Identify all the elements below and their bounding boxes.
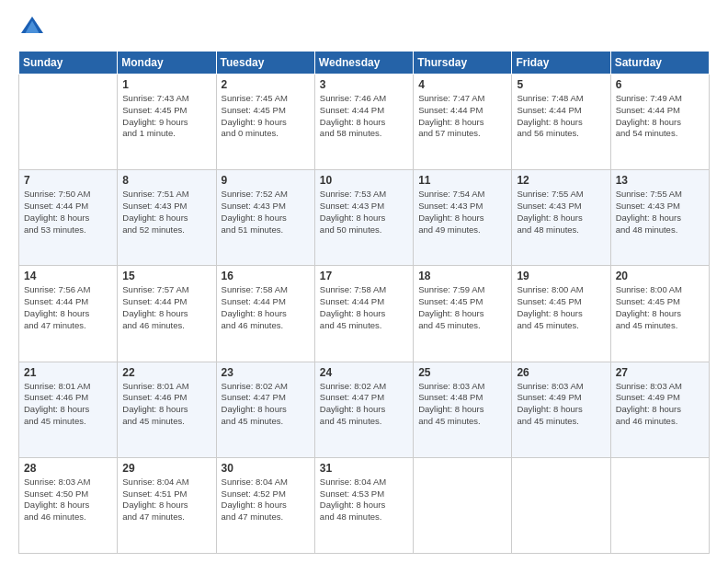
week-row-2: 7Sunrise: 7:50 AM Sunset: 4:44 PM Daylig… — [19, 170, 710, 266]
day-info: Sunrise: 7:50 AM Sunset: 4:44 PM Dayligh… — [24, 189, 112, 236]
day-number: 29 — [122, 462, 210, 475]
day-cell — [512, 457, 610, 553]
day-info: Sunrise: 7:59 AM Sunset: 4:45 PM Dayligh… — [418, 284, 506, 331]
day-info: Sunrise: 7:49 AM Sunset: 4:44 PM Dayligh… — [616, 93, 704, 140]
day-cell: 17Sunrise: 7:58 AM Sunset: 4:44 PM Dayli… — [314, 266, 413, 362]
day-number: 3 — [320, 78, 408, 91]
logo — [18, 14, 50, 41]
day-info: Sunrise: 7:47 AM Sunset: 4:44 PM Dayligh… — [418, 93, 506, 140]
day-cell — [414, 457, 512, 553]
day-number: 2 — [222, 78, 310, 91]
day-number: 31 — [320, 462, 408, 475]
day-info: Sunrise: 7:43 AM Sunset: 4:45 PM Dayligh… — [122, 93, 210, 140]
day-cell: 22Sunrise: 8:01 AM Sunset: 4:46 PM Dayli… — [118, 362, 216, 457]
day-info: Sunrise: 8:02 AM Sunset: 4:47 PM Dayligh… — [320, 381, 408, 428]
day-info: Sunrise: 8:04 AM Sunset: 4:53 PM Dayligh… — [320, 477, 408, 523]
day-number: 27 — [616, 366, 704, 379]
day-number: 30 — [222, 462, 310, 475]
day-number: 7 — [24, 174, 112, 187]
day-cell — [19, 75, 118, 170]
day-info: Sunrise: 8:01 AM Sunset: 4:46 PM Dayligh… — [122, 381, 210, 428]
day-cell: 27Sunrise: 8:03 AM Sunset: 4:49 PM Dayli… — [610, 362, 709, 457]
day-cell: 9Sunrise: 7:52 AM Sunset: 4:43 PM Daylig… — [216, 170, 314, 266]
day-info: Sunrise: 7:58 AM Sunset: 4:44 PM Dayligh… — [222, 284, 310, 331]
day-number: 28 — [24, 462, 112, 475]
day-info: Sunrise: 7:56 AM Sunset: 4:44 PM Dayligh… — [24, 284, 112, 331]
day-header-tuesday: Tuesday — [216, 52, 314, 75]
day-info: Sunrise: 8:03 AM Sunset: 4:50 PM Dayligh… — [24, 477, 112, 523]
day-info: Sunrise: 8:01 AM Sunset: 4:46 PM Dayligh… — [24, 381, 112, 428]
day-cell: 31Sunrise: 8:04 AM Sunset: 4:53 PM Dayli… — [314, 457, 413, 553]
day-info: Sunrise: 7:57 AM Sunset: 4:44 PM Dayligh… — [122, 284, 210, 331]
day-info: Sunrise: 8:03 AM Sunset: 4:49 PM Dayligh… — [616, 381, 704, 428]
day-cell: 12Sunrise: 7:55 AM Sunset: 4:43 PM Dayli… — [512, 170, 610, 266]
week-row-4: 21Sunrise: 8:01 AM Sunset: 4:46 PM Dayli… — [19, 362, 710, 457]
day-info: Sunrise: 8:03 AM Sunset: 4:49 PM Dayligh… — [517, 381, 605, 428]
day-number: 1 — [122, 78, 210, 91]
day-info: Sunrise: 7:45 AM Sunset: 4:45 PM Dayligh… — [222, 93, 310, 140]
week-row-5: 28Sunrise: 8:03 AM Sunset: 4:50 PM Dayli… — [19, 457, 710, 553]
day-cell: 18Sunrise: 7:59 AM Sunset: 4:45 PM Dayli… — [414, 266, 512, 362]
day-header-sunday: Sunday — [19, 52, 118, 75]
day-info: Sunrise: 7:51 AM Sunset: 4:43 PM Dayligh… — [122, 189, 210, 236]
day-number: 8 — [122, 174, 210, 187]
day-info: Sunrise: 8:04 AM Sunset: 4:51 PM Dayligh… — [122, 477, 210, 523]
header — [18, 14, 710, 41]
day-number: 13 — [616, 174, 704, 187]
day-number: 18 — [418, 270, 506, 282]
day-cell: 19Sunrise: 8:00 AM Sunset: 4:45 PM Dayli… — [512, 266, 610, 362]
day-info: Sunrise: 7:55 AM Sunset: 4:43 PM Dayligh… — [616, 189, 704, 236]
day-number: 25 — [418, 366, 506, 379]
day-number: 19 — [517, 270, 605, 282]
day-header-monday: Monday — [118, 52, 216, 75]
day-cell: 26Sunrise: 8:03 AM Sunset: 4:49 PM Dayli… — [512, 362, 610, 457]
day-cell: 16Sunrise: 7:58 AM Sunset: 4:44 PM Dayli… — [216, 266, 314, 362]
day-number: 6 — [616, 78, 704, 91]
day-cell: 20Sunrise: 8:00 AM Sunset: 4:45 PM Dayli… — [610, 266, 709, 362]
days-header-row: SundayMondayTuesdayWednesdayThursdayFrid… — [19, 52, 710, 75]
day-number: 5 — [517, 78, 605, 91]
day-cell: 5Sunrise: 7:48 AM Sunset: 4:44 PM Daylig… — [512, 75, 610, 170]
day-header-wednesday: Wednesday — [314, 52, 413, 75]
day-info: Sunrise: 7:55 AM Sunset: 4:43 PM Dayligh… — [517, 189, 605, 236]
day-info: Sunrise: 8:02 AM Sunset: 4:47 PM Dayligh… — [222, 381, 310, 428]
day-info: Sunrise: 7:53 AM Sunset: 4:43 PM Dayligh… — [320, 189, 408, 236]
day-cell: 15Sunrise: 7:57 AM Sunset: 4:44 PM Dayli… — [118, 266, 216, 362]
day-cell: 6Sunrise: 7:49 AM Sunset: 4:44 PM Daylig… — [610, 75, 709, 170]
day-cell: 21Sunrise: 8:01 AM Sunset: 4:46 PM Dayli… — [19, 362, 118, 457]
day-number: 14 — [24, 270, 112, 282]
day-info: Sunrise: 8:00 AM Sunset: 4:45 PM Dayligh… — [517, 284, 605, 331]
day-info: Sunrise: 7:46 AM Sunset: 4:44 PM Dayligh… — [320, 93, 408, 140]
day-number: 22 — [122, 366, 210, 379]
calendar: SundayMondayTuesdayWednesdayThursdayFrid… — [18, 51, 710, 554]
day-cell: 11Sunrise: 7:54 AM Sunset: 4:43 PM Dayli… — [414, 170, 512, 266]
page: SundayMondayTuesdayWednesdayThursdayFrid… — [0, 0, 728, 563]
day-number: 20 — [616, 270, 704, 282]
day-number: 23 — [222, 366, 310, 379]
day-number: 10 — [320, 174, 408, 187]
day-cell: 2Sunrise: 7:45 AM Sunset: 4:45 PM Daylig… — [216, 75, 314, 170]
day-cell: 10Sunrise: 7:53 AM Sunset: 4:43 PM Dayli… — [314, 170, 413, 266]
day-number: 4 — [418, 78, 506, 91]
day-number: 15 — [122, 270, 210, 282]
day-cell: 23Sunrise: 8:02 AM Sunset: 4:47 PM Dayli… — [216, 362, 314, 457]
day-cell: 3Sunrise: 7:46 AM Sunset: 4:44 PM Daylig… — [314, 75, 413, 170]
day-cell: 25Sunrise: 8:03 AM Sunset: 4:48 PM Dayli… — [414, 362, 512, 457]
day-number: 11 — [418, 174, 506, 187]
day-info: Sunrise: 8:03 AM Sunset: 4:48 PM Dayligh… — [418, 381, 506, 428]
day-info: Sunrise: 7:54 AM Sunset: 4:43 PM Dayligh… — [418, 189, 506, 236]
day-cell: 14Sunrise: 7:56 AM Sunset: 4:44 PM Dayli… — [19, 266, 118, 362]
day-cell: 29Sunrise: 8:04 AM Sunset: 4:51 PM Dayli… — [118, 457, 216, 553]
day-cell: 24Sunrise: 8:02 AM Sunset: 4:47 PM Dayli… — [314, 362, 413, 457]
day-number: 16 — [222, 270, 310, 282]
day-header-saturday: Saturday — [610, 52, 709, 75]
day-number: 9 — [222, 174, 310, 187]
day-cell: 4Sunrise: 7:47 AM Sunset: 4:44 PM Daylig… — [414, 75, 512, 170]
day-cell: 28Sunrise: 8:03 AM Sunset: 4:50 PM Dayli… — [19, 457, 118, 553]
day-info: Sunrise: 7:58 AM Sunset: 4:44 PM Dayligh… — [320, 284, 408, 331]
day-header-thursday: Thursday — [414, 52, 512, 75]
day-info: Sunrise: 7:52 AM Sunset: 4:43 PM Dayligh… — [222, 189, 310, 236]
day-info: Sunrise: 8:04 AM Sunset: 4:52 PM Dayligh… — [222, 477, 310, 523]
day-info: Sunrise: 8:00 AM Sunset: 4:45 PM Dayligh… — [616, 284, 704, 331]
day-number: 17 — [320, 270, 408, 282]
